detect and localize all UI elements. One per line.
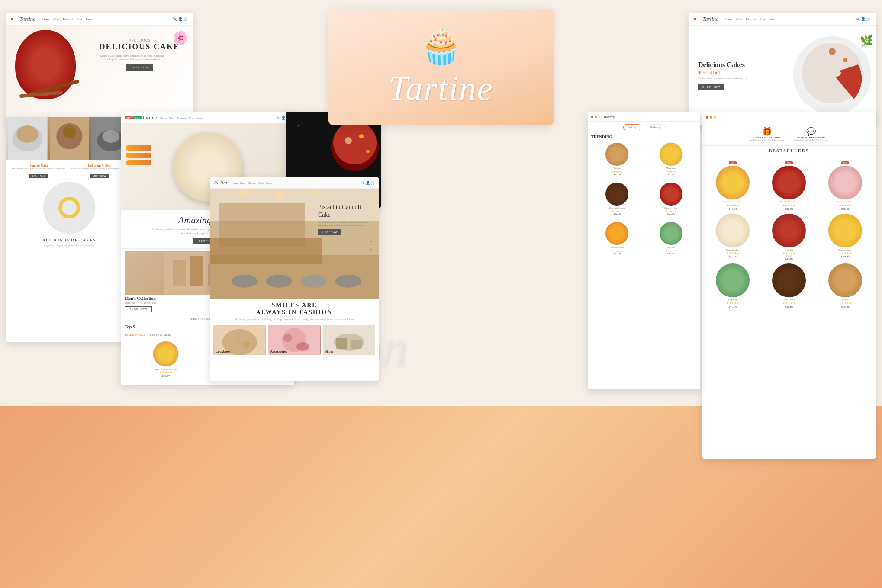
panel3-footer-title: ALL KINDS OF CAKES — [10, 236, 129, 244]
bs-img-1 — [715, 165, 750, 200]
love-icon: 💬 — [793, 127, 828, 136]
macaroon-price: $30.00 — [645, 173, 697, 176]
cupcake-price: $12.00 — [591, 252, 643, 255]
svg-point-43 — [226, 333, 236, 343]
bs-price-6: $50.00 — [818, 255, 872, 258]
tab-bakery[interactable]: Bakery — [623, 124, 641, 130]
svg-rect-14 — [173, 260, 186, 286]
raspberry-image — [659, 182, 683, 206]
arrow-down[interactable]: ▼ — [368, 247, 374, 253]
gift-desc: Available 24 hours a day, 7 days a week. — [750, 139, 785, 141]
divider1 — [591, 179, 697, 179]
panel3-products: Carrot Cake Our cupcakes baked from scra… — [6, 160, 132, 250]
panel6-product-text: Pistachio Cannoli Cake We provide a vari… — [318, 203, 370, 235]
tab-bestsellers[interactable]: BEST SELLERS — [150, 333, 171, 337]
dot-g — [714, 116, 716, 119]
panel2-nav: Tartine Home Shop Element Blog Pages 🔍 👤… — [689, 13, 876, 26]
bs-price-3: $30.00 — [818, 207, 872, 211]
product2-desc: Perfect for evening occasions, birthday … — [71, 167, 129, 170]
new-badge-1: NEW — [729, 161, 736, 164]
panel1-shop-button[interactable]: SHOP NOW — [126, 64, 153, 71]
cookie-image — [605, 142, 629, 166]
carrot2 — [126, 153, 151, 158]
bs-price-7: $40.00 — [706, 305, 760, 308]
panel1-navicons: 🔍 👤 🛒 — [172, 17, 189, 21]
bestsellers-grid: NEW Party Celebration Cake ★★★★★ $40.00 … — [702, 156, 876, 310]
bs-product-4: Cream Cookies ★★★★★ $40.00 — [706, 213, 760, 261]
bs-product-5: Fruit Tart ★★★★★ $30.00 $24.99 — [762, 213, 816, 261]
shose-label: Shose — [325, 350, 334, 353]
panel7-nav: Bakery — [588, 112, 700, 122]
bs-img-2 — [772, 165, 806, 200]
prod1-price: $30.97 — [125, 374, 207, 378]
sale-badge: SALE — [133, 116, 142, 119]
dot-r — [706, 116, 708, 119]
bs-img-5 — [772, 213, 806, 248]
brand-name: Tartine — [389, 69, 493, 108]
svg-point-27 — [359, 134, 364, 138]
panel7-logo: Bakery — [604, 115, 615, 119]
rasp-stars: ★★★★★ — [645, 209, 697, 212]
flower-decoration: 🌿 — [860, 34, 873, 47]
panel6-accessories-img: Accessories — [268, 325, 320, 355]
bs-img-9 — [828, 263, 863, 298]
panel6-product-desc: We provide a variety of cupcakes for any… — [318, 221, 370, 227]
tab-fashionable[interactable]: FASHIONABLE — [125, 333, 145, 337]
svg-point-3 — [843, 58, 847, 62]
svg-point-35 — [266, 275, 292, 288]
nav-dot-2 — [694, 18, 696, 20]
panel6-product-title: Pistachio Cannoli Cake — [318, 203, 370, 219]
nav-dots — [591, 116, 600, 118]
panel2-shop-button[interactable]: SHOP NOW — [698, 84, 724, 90]
smiles-desc: At Tartine, your satisfaction is our goa… — [213, 318, 375, 321]
panel1-navlinks: Home Shop Element Blog Pages — [42, 17, 93, 21]
panel2-navicons: 🔍 👤 🛒 — [855, 17, 872, 21]
dot-red — [591, 116, 593, 118]
svg-rect-52 — [351, 340, 362, 349]
interior-svg — [210, 177, 379, 299]
panel3-plate — [43, 182, 95, 234]
dot-orange — [595, 116, 597, 118]
bs-stars-7: ★★★★★ — [706, 302, 760, 305]
prod1-stars: ★★★★★ — [125, 371, 207, 374]
product1-name: Carrot Cake — [10, 164, 68, 167]
svg-point-37 — [335, 275, 361, 288]
product1-btn[interactable]: SHOP NOW — [29, 174, 48, 178]
panel8-dots — [706, 116, 716, 119]
carrot-decorations — [126, 145, 151, 165]
panel3-img1 — [6, 117, 48, 160]
panel1-tagline: Delicious — [99, 39, 180, 42]
panel6-shose-img: Shose — [323, 325, 375, 355]
panel6-category-images: Lookbook Accessories Shose — [213, 325, 375, 355]
new-badge: NEW — [125, 116, 133, 119]
arrow-up[interactable]: ▲ — [368, 238, 374, 244]
svg-point-9 — [63, 125, 76, 138]
bs-price-1: $40.00 — [706, 207, 760, 211]
panel1-title: DELICIOUS CAKE — [99, 42, 180, 52]
panel4-navlinks: Home Shop Element Blog Pages — [160, 117, 202, 119]
bs-price-4: $40.00 — [706, 255, 760, 258]
cupcake-stars: ★★★★★ — [591, 249, 643, 252]
panel7-row3: Cupcake Sorbet ★★★★★ $12.00 Due Scud ★★★… — [588, 220, 700, 257]
p7-product-macaroon: Macaroons ★★★★★ $30.00 — [645, 142, 697, 176]
svg-rect-51 — [336, 338, 347, 349]
svg-point-2 — [829, 48, 836, 55]
bs-product-8: Glacé Cherry ★★★★★ $30.00 — [762, 263, 816, 308]
new-badge-3: NEW — [841, 161, 849, 164]
panel3-product-row1: Carrot Cake Our cupcakes baked from scra… — [10, 164, 129, 178]
panel7-tabs: Bakery Patisery — [588, 122, 700, 133]
bs-stars-4: ★★★★★ — [706, 251, 760, 255]
macaroon-image — [659, 142, 683, 166]
p7-product-choc: Chocolate Crunch ★★★★★ $12.00 — [591, 182, 643, 215]
tab-patisery[interactable]: Patisery — [646, 124, 665, 130]
mens-shop-button[interactable]: SHOP NOW — [125, 306, 152, 312]
bs-stars-2: ★★★★★ — [762, 204, 816, 207]
panel1-nav: Tartine Home Shop Element Blog Pages 🔍 👤… — [6, 13, 193, 26]
carrot1 — [126, 145, 151, 151]
bs-stars-5: ★★★★★ — [762, 251, 816, 255]
panel3-footer-desc: We provide a range of fine quality cakes… — [10, 244, 129, 247]
panel8-features: 🎁 Give A Gift To A Friend Available 24 h… — [702, 122, 876, 146]
cafe-interior: Pistachio Cannoli Cake We provide a vari… — [210, 177, 379, 299]
panel6-shop-button[interactable]: SHOP NOW — [318, 229, 341, 235]
product2-btn[interactable]: SHOP NOW — [90, 174, 109, 178]
